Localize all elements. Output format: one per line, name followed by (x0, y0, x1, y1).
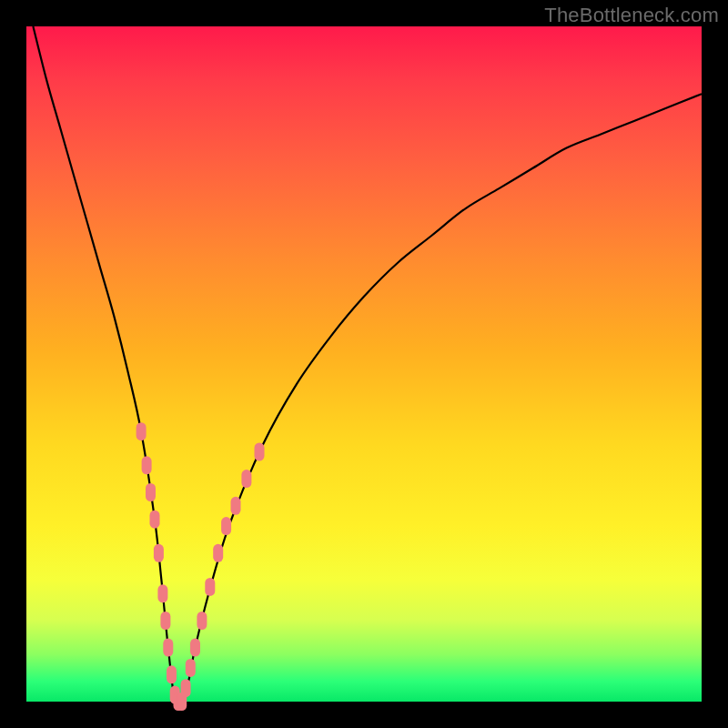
marker-point (197, 612, 207, 630)
chart-svg (26, 26, 702, 702)
marker-point (231, 497, 241, 515)
marker-point (157, 584, 167, 602)
chart-frame: TheBottleneck.com (0, 0, 728, 728)
curve-layer (33, 26, 702, 706)
marker-point (241, 470, 251, 488)
marker-point (163, 639, 173, 657)
watermark-text: TheBottleneck.com (544, 4, 719, 27)
marker-point (190, 639, 200, 657)
marker-point (181, 679, 191, 697)
marker-point (167, 665, 177, 683)
marker-point (142, 456, 152, 474)
marker-point (160, 612, 170, 630)
marker-point (213, 544, 223, 562)
marker-point (146, 483, 156, 501)
marker-point (205, 578, 215, 596)
marker-point (186, 659, 196, 677)
bottleneck-curve (33, 26, 702, 706)
marker-point (154, 544, 164, 562)
marker-point (136, 422, 147, 440)
marker-point (255, 443, 265, 461)
highlight-markers (136, 422, 265, 711)
marker-point (221, 517, 231, 535)
marker-point (150, 511, 160, 529)
